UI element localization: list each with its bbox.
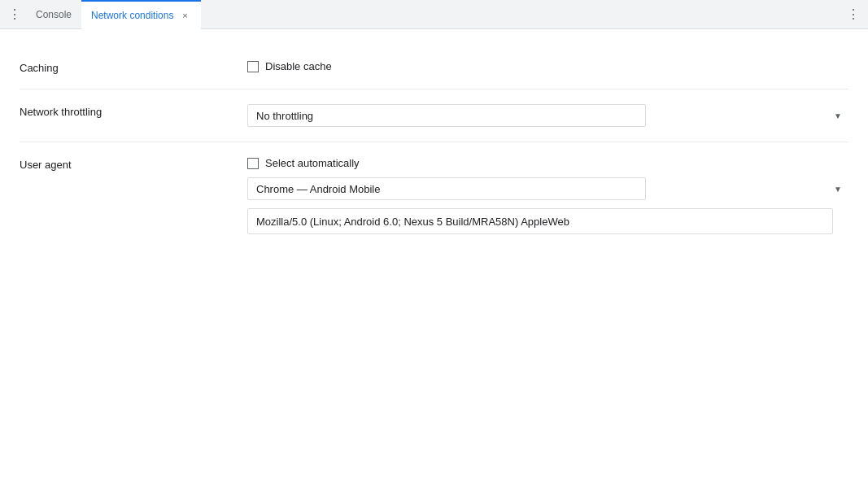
caching-controls: Disable cache [247,60,848,72]
select-automatically-checkbox[interactable] [247,158,259,169]
network-throttling-section: Network throttling No throttling Fast 3G… [20,89,848,142]
user-agent-select-wrapper: Chrome — Android Mobile Chrome — Android… [247,177,848,200]
throttling-select[interactable]: No throttling Fast 3G Slow 3G Offline Cu… [247,104,646,127]
tab-network-conditions[interactable]: Network conditions × [81,0,201,29]
user-agent-section: User agent Select automatically Chrome —… [20,142,848,249]
throttling-select-arrow-icon: ▼ [834,111,842,120]
user-agent-label: User agent [20,157,247,171]
user-agent-select-arrow-icon: ▼ [834,185,842,194]
tab-bar: ⋮ Console Network conditions × ⋮ [0,0,868,29]
caching-label: Caching [20,60,247,74]
tab-console[interactable]: Console [26,0,81,29]
user-agent-controls: Select automatically Chrome — Android Mo… [247,157,848,234]
select-automatically-label[interactable]: Select automatically [265,157,360,169]
disable-cache-row: Disable cache [247,60,848,72]
tab-bar-dots-icon[interactable]: ⋮ [3,3,26,26]
select-automatically-row: Select automatically [247,157,848,169]
disable-cache-label[interactable]: Disable cache [265,60,332,72]
network-throttling-controls: No throttling Fast 3G Slow 3G Offline Cu… [247,104,848,127]
disable-cache-checkbox[interactable] [247,61,259,72]
main-content: Caching Disable cache Network throttling… [0,29,868,265]
user-agent-select[interactable]: Chrome — Android Mobile Chrome — Android… [247,177,646,200]
tab-console-label: Console [36,9,72,20]
throttling-select-wrapper: No throttling Fast 3G Slow 3G Offline Cu… [247,104,848,127]
network-throttling-label: Network throttling [20,104,247,118]
tab-network-conditions-label: Network conditions [91,10,173,21]
tab-bar-more-icon[interactable]: ⋮ [842,3,865,26]
useragent-string-input[interactable] [247,208,833,234]
tab-close-icon[interactable]: × [178,9,191,22]
caching-section: Caching Disable cache [20,46,848,89]
